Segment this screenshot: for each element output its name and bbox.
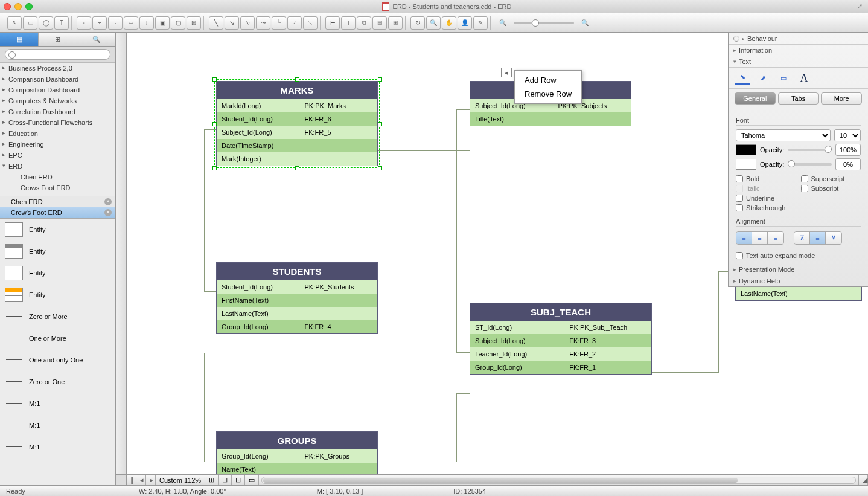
zoom-icon[interactable] xyxy=(25,3,33,10)
palette-item[interactable]: Entity xyxy=(0,262,115,284)
snap-page-icon[interactable]: ▭ xyxy=(245,475,259,485)
layout-icon[interactable]: ⊞ xyxy=(187,16,201,30)
tree-item-epc[interactable]: EPC xyxy=(0,150,115,161)
align-middle-icon[interactable]: ≡ xyxy=(810,232,826,244)
tree-v-icon[interactable]: ⊤ xyxy=(341,16,356,30)
tree-item-computers-networks[interactable]: Computers & Networks xyxy=(0,95,115,106)
entity-row[interactable]: Group_Id(Long)FK:FR_4 xyxy=(217,320,377,333)
grid-tab-icon[interactable]: ⊞ xyxy=(39,33,77,46)
chain-icon[interactable]: ⧉ xyxy=(357,16,371,30)
entity-row[interactable]: Student_Id(Long)PK:PK_Students xyxy=(217,280,377,294)
chk-underline[interactable]: Underline xyxy=(736,195,796,202)
stroke-opacity-input[interactable] xyxy=(835,158,861,170)
entity-row[interactable]: Date(TimeStamp) xyxy=(217,139,377,152)
orthogonal-tool-icon[interactable]: └ xyxy=(272,16,286,30)
tree-item-erd[interactable]: ERD xyxy=(0,161,115,172)
palette-item[interactable]: M:1 xyxy=(0,414,115,436)
snap-guides-icon[interactable]: ⊟ xyxy=(219,475,232,485)
ungroup-icon[interactable]: ▢ xyxy=(171,16,185,30)
ellipse-tool-icon[interactable]: ◯ xyxy=(39,16,53,30)
page-next-icon[interactable]: ▸ xyxy=(146,475,156,485)
palette-item[interactable]: Entity xyxy=(0,219,115,240)
person-tool-icon[interactable]: 👤 xyxy=(458,16,472,30)
text-tool-icon[interactable]: T xyxy=(54,16,69,30)
section-behaviour[interactable]: ▸Behaviour xyxy=(729,33,868,45)
palette-item[interactable]: Entity xyxy=(0,284,115,306)
tree-subitem[interactable]: Chen ERD xyxy=(18,172,115,182)
split-icon[interactable]: ⊟ xyxy=(372,16,387,30)
font-style-icon[interactable]: A xyxy=(796,71,812,85)
page-prev-icon[interactable]: ◂ xyxy=(136,475,146,485)
search-tab-icon[interactable]: 🔍 xyxy=(77,33,115,46)
entity-row[interactable]: Group_Id(Long)PK:PK_Groups xyxy=(217,449,377,463)
text-fill-icon[interactable]: ⬊ xyxy=(735,71,750,85)
palette-item[interactable]: Zero or One xyxy=(0,371,115,393)
text-box-icon[interactable]: ▭ xyxy=(776,71,791,85)
tree-subitem[interactable]: Crows Foot ERD xyxy=(18,182,115,193)
connector-tool-icon[interactable]: ⤳ xyxy=(256,16,270,30)
palette-item[interactable]: M:1 xyxy=(0,393,115,414)
stroke-opacity-slider[interactable] xyxy=(788,163,832,166)
distribute-v-icon[interactable]: ↕ xyxy=(139,16,154,30)
merge-icon[interactable]: ⊞ xyxy=(388,16,403,30)
entity-row[interactable]: Student_Id(Long)FK:FR_6 xyxy=(217,112,377,126)
entity-subj_teach[interactable]: SUBJ_TEACHST_Id(Long)PK:PK_Subj_TeachSub… xyxy=(470,303,652,375)
tree-item-business-process-2-0[interactable]: Business Process 2,0 xyxy=(0,63,115,74)
tree-item-engineering[interactable]: Engineering xyxy=(0,139,115,150)
resize-grip-icon[interactable]: ◢ xyxy=(858,475,868,485)
eyedropper-icon[interactable]: ✎ xyxy=(473,16,488,30)
entity-row[interactable]: Subject_Id(Long)FK:FR_3 xyxy=(470,334,651,347)
chk-auto-expand[interactable]: Text auto expand mode xyxy=(736,252,861,259)
tree-item-composition-dashboard[interactable]: Composition Dashboard xyxy=(0,85,115,95)
group-icon[interactable]: ▣ xyxy=(155,16,170,30)
zoom-out-icon[interactable]: 🔍 xyxy=(496,16,510,30)
entity-row[interactable]: Mark(Integer) xyxy=(217,152,377,166)
arrow-tool-icon[interactable]: ↘ xyxy=(225,16,239,30)
fullscreen-icon[interactable]: ⤢ xyxy=(855,2,864,10)
palette-item[interactable]: Zero or More xyxy=(0,306,115,327)
tab-more[interactable]: More xyxy=(821,92,862,105)
fill-opacity-input[interactable] xyxy=(835,144,861,156)
tree-item-correlation-dashboard[interactable]: Correlation Dashboard xyxy=(0,106,115,117)
tab-general[interactable]: General xyxy=(735,92,776,105)
library-tab-icon[interactable]: ▤ xyxy=(0,33,39,46)
entity-row[interactable]: LastName(Text) xyxy=(217,307,377,320)
chk-superscript[interactable]: Superscript xyxy=(801,175,861,182)
palette-item[interactable]: Entity xyxy=(0,240,115,262)
smart-tag-icon[interactable]: ◂ xyxy=(501,68,512,77)
align-left-icon[interactable]: ⫠ xyxy=(77,16,91,30)
ctx-add-row[interactable]: Add Row xyxy=(515,73,581,87)
tree-h-icon[interactable]: ⊢ xyxy=(325,16,340,30)
chk-subscript[interactable]: Subscript xyxy=(801,185,861,192)
tree-item-education[interactable]: Education xyxy=(0,128,115,139)
entity-row[interactable]: Title(Text) xyxy=(470,112,631,126)
font-select[interactable]: Tahoma xyxy=(736,129,831,141)
page-first-icon[interactable]: ‖ xyxy=(127,475,136,485)
h-scrollbar[interactable] xyxy=(261,477,856,484)
curve-tool-icon[interactable]: ∿ xyxy=(240,16,255,30)
section-text[interactable]: ▾Text xyxy=(729,56,868,68)
line-tool-icon[interactable]: ╲ xyxy=(209,16,223,30)
align-bottom-icon[interactable]: ⊻ xyxy=(826,232,841,244)
entity-groups[interactable]: GROUPSGroup_Id(Long)PK:PK_GroupsName(Tex… xyxy=(216,431,378,474)
chk-italic[interactable]: Italic xyxy=(736,185,796,192)
tab-tabs[interactable]: Tabs xyxy=(778,92,819,105)
palette-item[interactable]: One or More xyxy=(0,327,115,349)
close-icon[interactable]: × xyxy=(104,198,112,205)
zoom-in-icon[interactable]: 🔍 xyxy=(578,16,592,30)
align-right-icon[interactable]: ⫞ xyxy=(108,16,123,30)
snap-objects-icon[interactable]: ⊡ xyxy=(232,475,245,485)
section-information[interactable]: ▸Information xyxy=(729,45,868,56)
close-icon[interactable] xyxy=(4,3,11,10)
align-right-icon[interactable]: ≡ xyxy=(768,232,783,244)
fill-swatch[interactable] xyxy=(736,144,756,155)
tree-item-comparison-dashboard[interactable]: Comparison Dashboard xyxy=(0,74,115,85)
palette-item[interactable]: One and only One xyxy=(0,349,115,371)
entity-row[interactable]: Subject_Id(Long)FK:FR_5 xyxy=(217,126,377,139)
hand-tool-icon[interactable]: ✋ xyxy=(442,16,456,30)
chk-strikethrough[interactable]: Strikethrough xyxy=(736,204,796,211)
entity-row[interactable]: Teacher_Id(Long)FK:FR_2 xyxy=(470,347,651,361)
align-center-icon[interactable]: ⫟ xyxy=(92,16,107,30)
tree-item-cross-functional-flowcharts[interactable]: Cross-Functional Flowcharts xyxy=(0,117,115,128)
library-tab[interactable]: Crow's Foot ERD× xyxy=(0,207,115,218)
